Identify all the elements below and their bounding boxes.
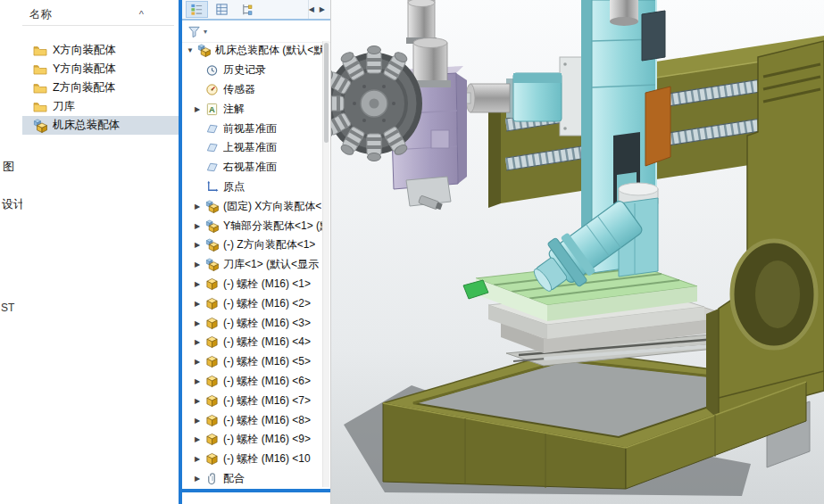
expand-arrow[interactable]: ▶ [195,319,205,327]
assembly-icon [205,258,219,271]
configuration-manager-tab-icon [240,3,254,16]
feature-tree-item-label: 前视基准面 [223,121,277,136]
feature-tree-item[interactable]: 原点 [182,178,322,197]
feature-tree-item[interactable]: ▶ (-) 螺栓 (M16) <5> [182,352,322,372]
expand-arrow[interactable]: ▶ [195,222,205,230]
file-item-label: 机床总装配体 [53,118,120,133]
feature-tree-item[interactable]: ▶ 刀库<1> (默认<显示 [182,255,322,275]
tab-nav: ◀ ▶ [308,0,330,19]
annotation-icon [205,103,219,116]
expand-arrow[interactable]: ▶ [195,455,205,463]
file-list: X方向装配体 Y方向装配体 Z方向装配体 刀库 机床总装配体 [22,41,179,135]
part-icon [205,335,219,349]
left-clipped-panel: 图 设计 ST [0,0,22,504]
file-item-label: X方向装配体 [53,43,116,58]
expand-arrow[interactable]: ▶ [195,241,205,249]
feature-manager-tab[interactable] [186,1,208,18]
feature-tree-item-label: (-) Z方向装配体<1> [223,237,315,252]
feature-tree-item[interactable]: ▶ (-) 螺栓 (M16) <3> [182,313,322,333]
feature-tree-item[interactable]: ▶ (-) 螺栓 (M16) <6> [182,372,322,392]
feature-tree-item-label: Y轴部分装配体<1> (默 [223,219,322,234]
expand-arrow[interactable]: ▶ [195,280,205,288]
history-icon [205,63,219,77]
expand-arrow[interactable]: ▶ [195,417,205,425]
feature-tree-item[interactable]: 上视基准面 [182,138,322,158]
feature-tree-item[interactable]: ▶ (-) 螺栓 (M16) <1> [182,275,322,294]
file-item[interactable]: X方向装配体 [22,41,179,60]
feature-tree-item-label: 上视基准面 [223,140,277,155]
feature-tree-item[interactable]: ▶ (-) 螺栓 (M16) <4> [182,333,322,352]
feature-tree-item-label: (-) 螺栓 (M16) <8> [223,413,311,428]
feature-tree-item[interactable]: ▶ (-) 螺栓 (M16) <9> [182,430,322,450]
expand-arrow[interactable]: ▶ [195,397,205,405]
feature-tree-item[interactable]: ▶ (-) 螺栓 (M16) <2> [182,293,322,313]
tree-filter-bar[interactable]: ▾ [182,21,330,43]
name-column-header[interactable]: 名称 [22,7,139,22]
expand-arrow[interactable]: ▶ [195,202,205,211]
feature-tree-item[interactable]: 右视基准面 [182,158,322,178]
plane-icon [205,122,219,136]
expand-arrow[interactable]: ▶ [195,260,205,269]
expand-arrow[interactable]: ▶ [195,105,205,113]
filter-dropdown-caret[interactable]: ▾ [204,28,207,36]
expand-arrow[interactable]: ▶ [195,475,205,483]
part-icon [205,355,219,368]
panel-bottom-accent [182,489,330,492]
file-list-header[interactable]: 名称 ^ [22,4,174,26]
feature-tree-item-label: (-) 螺栓 (M16) <1> [223,277,311,292]
mates-icon [205,472,219,485]
feature-tree-root-label: 机床总装配体 (默认<默认 [215,43,322,58]
expand-arrow[interactable]: ▶ [195,358,205,366]
column-junction-block [642,11,665,61]
feature-tree-item-label: (-) 螺栓 (M16) <6> [223,374,311,389]
feature-tree-item[interactable]: ▶ Y轴部分装配体<1> (默 [182,216,322,235]
file-item[interactable]: 刀库 [22,97,179,116]
collapse-chevron-icon[interactable]: ^ [139,9,144,20]
tree-scrollbar[interactable] [322,41,329,487]
part-icon [205,297,219,310]
solidworks-window: 图 设计 ST 名称 ^ X方向装配体 Y方向装配体 Z方向装配体 刀库 [0,0,824,504]
part-icon [205,375,219,388]
file-item-label: Y方向装配体 [53,62,116,77]
feature-tree-item[interactable]: 传感器 [182,80,322,100]
orange-bracket[interactable] [645,87,670,166]
feature-tree-item[interactable]: 前视基准面 [182,119,322,138]
feature-tree-item[interactable]: ▶ (-) Z方向装配体<1> [182,235,322,255]
expand-arrow[interactable]: ▼ [187,46,197,54]
tab-forward-arrow[interactable]: ▶ [320,5,325,13]
configuration-manager-tab[interactable] [236,1,258,18]
feature-tree-item[interactable]: ▶ (-) 螺栓 (M16) <7> [182,391,322,410]
property-manager-tab[interactable] [211,1,233,18]
part-icon [205,277,219,291]
feature-tree-item-label: 刀库<1> (默认<显示 [223,257,319,272]
tree-scrollbar-thumb[interactable] [324,43,329,143]
origin-icon [205,180,219,194]
tab-back-arrow[interactable]: ◀ [309,5,314,13]
feature-tree-item[interactable]: ▶ 配合 [182,469,322,488]
feature-tree-root[interactable]: ▼ 机床总装配体 (默认<默认 [182,41,322,61]
file-item-selected[interactable]: 机床总装配体 [22,116,179,135]
part-icon [205,394,219,408]
feature-tree-item-label: (-) 螺栓 (M16) <2> [223,296,311,311]
file-item[interactable]: Z方向装配体 [22,78,179,97]
feature-tree-item[interactable]: ▶ (固定) X方向装配体< [182,196,322,216]
expand-arrow[interactable]: ▶ [195,377,205,385]
graphics-area[interactable] [331,0,824,504]
file-item-label: Z方向装配体 [53,80,115,95]
feature-tree-item-label: 配合 [223,471,245,486]
left-text-fragment: 设计 [2,196,22,212]
expand-arrow[interactable]: ▶ [195,300,205,308]
feature-tree-item[interactable]: 历史记录 [182,61,322,80]
feature-tree-item[interactable]: ▶ 注解 [182,99,322,119]
feature-tree-item[interactable]: ▶ (-) 螺栓 (M16) <10 [182,450,322,469]
3d-viewport[interactable] [331,0,824,504]
expand-arrow[interactable]: ▶ [195,435,205,443]
feature-tree-item-label: 原点 [223,179,245,194]
feature-tree-item-label: (-) 螺栓 (M16) <4> [223,335,311,350]
expand-arrow[interactable]: ▶ [195,338,205,346]
feature-tree-item[interactable]: ▶ (-) 螺栓 (M16) <8> [182,410,322,430]
feature-tree-item-label: (固定) X方向装配体< [223,199,321,214]
file-item[interactable]: Y方向装配体 [22,60,179,78]
folder-icon [33,81,47,95]
assembly-icon [205,238,219,252]
